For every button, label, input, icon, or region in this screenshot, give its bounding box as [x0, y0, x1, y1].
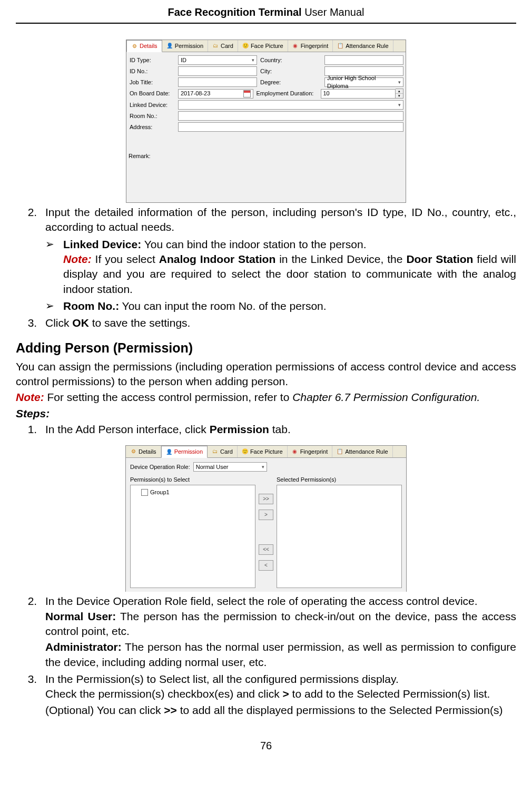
room-no-label: Room No.:: [129, 112, 178, 120]
duration-spinner[interactable]: ▴▾: [396, 89, 403, 99]
permission-item-group1[interactable]: Group1: [133, 487, 253, 497]
tab-label: Attendance Rule: [346, 42, 388, 50]
selected-permissions-list[interactable]: [277, 485, 402, 588]
onboard-date-input[interactable]: 2017-08-23: [178, 89, 253, 99]
card-icon: 🗂: [212, 43, 219, 49]
permissions-to-select-title: Permission(s) to Select: [130, 476, 255, 484]
tab-attendance-rule[interactable]: 📋 Attendance Rule: [333, 40, 393, 52]
intro-paragraph: You can assign the permissions (includin…: [16, 359, 516, 389]
employment-duration-label: Employment Duration:: [253, 90, 321, 97]
remark-input-4[interactable]: [177, 165, 403, 174]
remove-all-button[interactable]: <<: [259, 544, 273, 555]
tab-label: Details: [139, 448, 156, 456]
perm-step-3: In the Permission(s) to Select list, all…: [40, 672, 516, 718]
tab-fingerprint[interactable]: ◉ Fingerprint: [288, 446, 333, 457]
onboard-date-label: On Board Date:: [129, 90, 178, 97]
header-title-bold: Face Recognition Terminal: [168, 6, 301, 18]
fingerprint-icon: ◉: [292, 448, 298, 455]
perm-step-1: In the Add Person interface, click Permi…: [40, 422, 516, 437]
chevron-down-icon: ▾: [398, 102, 401, 108]
tab-card[interactable]: 🗂 Card: [208, 446, 238, 457]
employment-duration-input[interactable]: 10: [321, 89, 396, 99]
tab-label: Permission: [174, 448, 203, 456]
person-icon: 👤: [166, 43, 173, 49]
chevron-down-icon: ▾: [398, 79, 401, 85]
gear-icon: ⚙: [130, 448, 136, 455]
chevron-down-icon: ▾: [262, 464, 264, 470]
person-icon: 👤: [166, 449, 172, 455]
linked-device-label: Linked Device:: [129, 101, 178, 109]
list-icon: 📋: [337, 43, 343, 49]
tab-details[interactable]: ⚙ Details: [126, 446, 161, 457]
address-label: Address:: [129, 123, 178, 131]
calendar-icon[interactable]: [243, 90, 251, 97]
bullet-linked-device: Linked Device: You can bind the indoor s…: [45, 237, 516, 297]
job-title-input[interactable]: [178, 77, 257, 87]
tab-label: Card: [221, 42, 233, 50]
add-all-button[interactable]: >>: [259, 494, 273, 504]
remark-label: Remark:: [129, 133, 177, 160]
permissions-to-select-list[interactable]: Group1: [130, 485, 255, 588]
tab-label: Face Picture: [250, 448, 283, 456]
screenshot-details-tab: ⚙ Details 👤 Permission 🗂 Card 🙂 Face Pic…: [126, 40, 406, 203]
tab-bar: ⚙ Details 👤 Permission 🗂 Card 🙂 Face Pic…: [126, 40, 406, 52]
tab-face-picture[interactable]: 🙂 Face Picture: [238, 40, 288, 52]
degree-label: Degree:: [257, 79, 324, 86]
id-type-select[interactable]: ID▾: [178, 55, 257, 65]
permission-item-label: Group1: [150, 488, 170, 496]
remark-input-5[interactable]: [177, 175, 403, 185]
card-icon: 🗂: [212, 448, 218, 455]
remark-input-3[interactable]: [177, 154, 403, 164]
tab-label: Fingerprint: [301, 42, 329, 50]
tab-label: Fingerprint: [300, 448, 328, 456]
id-no-label: ID No.:: [129, 67, 178, 75]
selected-permissions-title: Selected Permission(s): [277, 476, 402, 484]
tab-face-picture[interactable]: 🙂 Face Picture: [238, 446, 288, 457]
linked-device-select[interactable]: ▾: [178, 100, 403, 110]
tab-details[interactable]: ⚙ Details: [126, 40, 162, 52]
tab-attendance-rule[interactable]: 📋 Attendance Rule: [332, 446, 392, 457]
tab-label: Face Picture: [251, 42, 283, 50]
tab-permission[interactable]: 👤 Permission: [161, 446, 208, 458]
steps-label: Steps:: [16, 406, 516, 421]
degree-select[interactable]: Junior High School Diploma▾: [324, 77, 403, 87]
remove-button[interactable]: <: [259, 560, 273, 571]
id-type-label: ID Type:: [129, 56, 178, 64]
page-header: Face Recognition Terminal User Manual: [16, 0, 516, 24]
device-operation-role-label: Device Operation Role:: [130, 463, 190, 471]
city-label: City:: [257, 67, 324, 75]
remark-input-1[interactable]: [177, 133, 403, 143]
tab-card[interactable]: 🗂 Card: [208, 40, 238, 52]
perm-step-2: In the Device Operation Role field, sele…: [40, 594, 516, 670]
checkbox-icon[interactable]: [141, 489, 148, 496]
add-button[interactable]: >: [259, 510, 273, 520]
country-input[interactable]: [324, 55, 403, 65]
fingerprint-icon: ◉: [292, 43, 299, 49]
tab-bar: ⚙ Details 👤 Permission 🗂 Card 🙂 Face Pic…: [126, 446, 406, 458]
tab-label: Details: [140, 42, 157, 50]
gear-icon: ⚙: [131, 43, 137, 50]
face-icon: 🙂: [242, 43, 249, 49]
device-operation-role-select[interactable]: Normal User ▾: [193, 462, 267, 472]
tab-label: Permission: [175, 42, 203, 50]
step-2-details: Input the detailed information of the pe…: [40, 205, 516, 314]
list-icon: 📋: [337, 448, 343, 455]
step-3-details: Click OK to save the settings.: [40, 316, 516, 330]
id-no-input[interactable]: [178, 66, 257, 76]
room-no-input[interactable]: [178, 111, 403, 121]
job-title-label: Job Title:: [129, 79, 178, 86]
heading-adding-person-permission: Adding Person (Permission): [16, 339, 516, 357]
bullet-room-no: Room No.: You can input the room No. of …: [45, 299, 516, 314]
screenshot-permission-tab: ⚙ Details 👤 Permission 🗂 Card 🙂 Face Pic…: [125, 445, 407, 592]
tab-label: Card: [220, 448, 233, 456]
tab-permission[interactable]: 👤 Permission: [162, 40, 208, 52]
note-label: Note:: [16, 391, 44, 403]
note-label: Note:: [63, 253, 92, 265]
header-title-light: User Manual: [302, 6, 364, 18]
remark-input-2[interactable]: [177, 144, 403, 153]
tab-fingerprint[interactable]: ◉ Fingerprint: [288, 40, 333, 52]
tab-label: Attendance Rule: [345, 448, 388, 456]
note-paragraph: Note: For setting the access control per…: [16, 390, 516, 405]
address-input[interactable]: [178, 122, 403, 132]
country-label: Country:: [257, 56, 324, 64]
